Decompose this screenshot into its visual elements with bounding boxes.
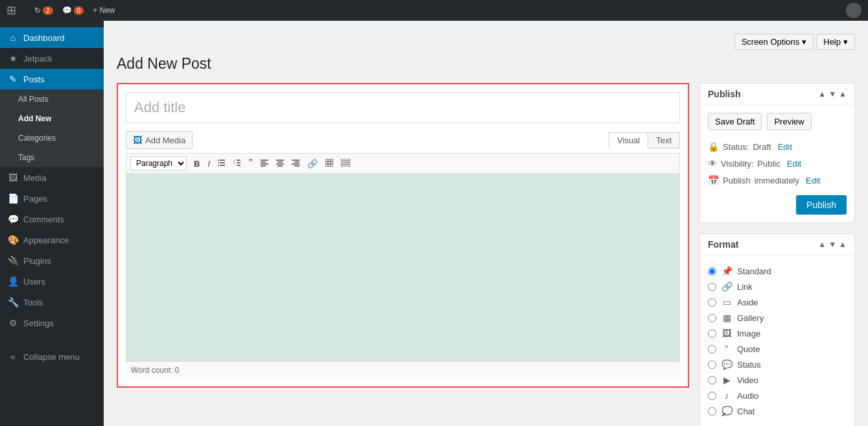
new-content-button[interactable]: + New <box>93 6 115 15</box>
visual-text-tabs: Visual Text <box>609 132 680 148</box>
format-panel-toggle[interactable]: ▲ <box>839 240 847 249</box>
unordered-list-button[interactable] <box>215 157 229 171</box>
collapse-menu-button[interactable]: « Collapse menu <box>0 346 104 367</box>
format-chat-label: Chat <box>737 407 755 416</box>
screen-options-button[interactable]: Screen Options ▾ <box>734 34 814 50</box>
sidebar-item-plugins[interactable]: 🔌 Plugins <box>0 250 104 271</box>
format-panel-up[interactable]: ▲ <box>818 240 826 249</box>
blockquote-button[interactable]: " <box>246 156 256 171</box>
sidebar-item-tools[interactable]: 🔧 Tools <box>0 292 104 313</box>
sidebar-item-dashboard[interactable]: ⌂ Dashboard <box>0 27 104 48</box>
sidebar-item-label: Tags <box>18 153 34 162</box>
format-quote-label: Quote <box>737 344 760 354</box>
publish-panel-title: Publish <box>708 89 741 99</box>
format-chat-icon: 💭 <box>721 406 732 416</box>
sidebar-item-posts[interactable]: ✎ Posts <box>0 69 104 89</box>
format-radio-gallery[interactable] <box>708 314 716 322</box>
post-title-input[interactable] <box>126 92 680 123</box>
sidebar-item-appearance[interactable]: 🎨 Appearance <box>0 230 104 250</box>
wp-logo-icon[interactable]: ⊞ <box>6 3 16 18</box>
publish-panel-up[interactable]: ▲ <box>818 89 826 99</box>
insert-link-button[interactable]: 🔗 <box>304 157 321 171</box>
publish-panel-toggle[interactable]: ▲ <box>839 89 847 99</box>
sidebar-item-label: Settings <box>23 318 54 328</box>
format-radio-aside[interactable] <box>708 298 716 307</box>
sidebar-item-add-new[interactable]: Add New <box>0 109 104 128</box>
align-left-button[interactable] <box>257 157 272 171</box>
sidebar-item-comments[interactable]: 💬 Comments <box>0 209 104 230</box>
save-draft-button[interactable]: Save Draft <box>708 113 762 130</box>
status-edit-link[interactable]: Edit <box>778 142 792 152</box>
add-media-button[interactable]: 🖼 Add Media <box>126 131 193 149</box>
editor-body[interactable] <box>126 173 680 361</box>
word-count: Word count: 0 <box>126 361 680 379</box>
insert-table-button[interactable] <box>322 157 336 171</box>
visibility-edit-link[interactable]: Edit <box>787 159 801 169</box>
right-panels: Publish ▲ ▼ ▲ Save Draft Preview <box>699 83 855 426</box>
format-gallery-label: Gallery <box>737 313 764 323</box>
format-radio-chat[interactable] <box>708 407 716 416</box>
format-option-status: 💬Status <box>708 357 847 372</box>
format-panel-body: 📌Standard🔗Link▭Aside▦Gallery🖼Image"Quote… <box>700 255 854 426</box>
format-radio-quote[interactable] <box>708 345 716 353</box>
format-option-image: 🖼Image <box>708 325 847 341</box>
visibility-row: 👁 Visibility: Public Edit <box>708 155 847 172</box>
format-standard-label: Standard <box>737 266 771 276</box>
sidebar-item-all-posts[interactable]: All Posts <box>0 89 104 109</box>
italic-button[interactable]: I <box>204 157 213 171</box>
status-value: Draft <box>753 142 771 152</box>
publish-panel: Publish ▲ ▼ ▲ Save Draft Preview <box>699 83 855 223</box>
format-radio-standard[interactable] <box>708 267 716 276</box>
align-right-button[interactable] <box>288 157 303 171</box>
text-tab[interactable]: Text <box>648 132 680 148</box>
format-radio-audio[interactable] <box>708 392 716 400</box>
format-panel-header: Format ▲ ▼ ▲ <box>700 234 854 255</box>
sidebar-item-label: Comments <box>23 215 64 224</box>
format-radio-status[interactable] <box>708 361 716 369</box>
status-label: Status: <box>723 142 749 152</box>
svg-point-3 <box>218 160 219 161</box>
format-status-icon: 💬 <box>721 359 732 370</box>
paragraph-select[interactable]: Paragraph Heading 1 Heading 2 Heading 3 <box>130 156 187 171</box>
avatar[interactable] <box>846 3 862 18</box>
format-radio-video[interactable] <box>708 376 716 385</box>
help-label: Help <box>823 37 841 47</box>
format-option-quote: "Quote <box>708 341 847 357</box>
sidebar-item-label: All Posts <box>18 95 49 104</box>
sidebar-item-label: Collapse menu <box>23 352 80 362</box>
main-content: Screen Options ▾ Help ▾ Add New Post 🖼 A… <box>104 21 868 426</box>
format-option-gallery: ▦Gallery <box>708 310 847 325</box>
format-panel-down[interactable]: ▼ <box>828 240 836 249</box>
sidebar-item-categories[interactable]: Categories <box>0 128 104 148</box>
sidebar-item-tags[interactable]: Tags <box>0 148 104 167</box>
publish-button[interactable]: Publish <box>796 195 847 215</box>
format-radio-link[interactable] <box>708 283 716 291</box>
sidebar-item-users[interactable]: 👤 Users <box>0 271 104 292</box>
publish-panel-down[interactable]: ▼ <box>828 89 836 99</box>
sidebar-item-media[interactable]: 🖼 Media <box>0 167 104 188</box>
publish-time-icon: 📅 <box>708 175 719 185</box>
comments-item[interactable]: 💬 0 <box>62 6 84 15</box>
format-video-icon: ▶ <box>721 375 732 385</box>
visual-tab[interactable]: Visual <box>609 132 648 148</box>
preview-button[interactable]: Preview <box>767 113 811 130</box>
sidebar-item-label: Appearance <box>23 235 69 245</box>
sidebar-item-pages[interactable]: 📄 Pages <box>0 188 104 209</box>
bold-button[interactable]: B <box>191 157 203 171</box>
publish-time-edit-link[interactable]: Edit <box>806 176 820 185</box>
format-gallery-icon: ▦ <box>721 313 732 323</box>
ordered-list-button[interactable]: 1.2. <box>230 157 244 171</box>
help-button[interactable]: Help ▾ <box>816 34 855 50</box>
chevron-down-icon: ▾ <box>802 37 806 47</box>
updates-icon: ↻ <box>34 6 41 15</box>
updates-item[interactable]: ↻ 2 <box>34 6 53 15</box>
align-center-button[interactable] <box>273 157 287 171</box>
sidebar-item-label: Users <box>23 277 45 287</box>
svg-point-4 <box>218 162 219 163</box>
users-icon: 👤 <box>8 276 18 287</box>
insert-more-button[interactable] <box>338 157 353 171</box>
sidebar-item-jetpack[interactable]: ★ Jetpack <box>0 48 104 69</box>
format-radio-image[interactable] <box>708 329 716 338</box>
format-option-standard: 📌Standard <box>708 263 847 279</box>
sidebar-item-settings[interactable]: ⚙ Settings <box>0 313 104 333</box>
